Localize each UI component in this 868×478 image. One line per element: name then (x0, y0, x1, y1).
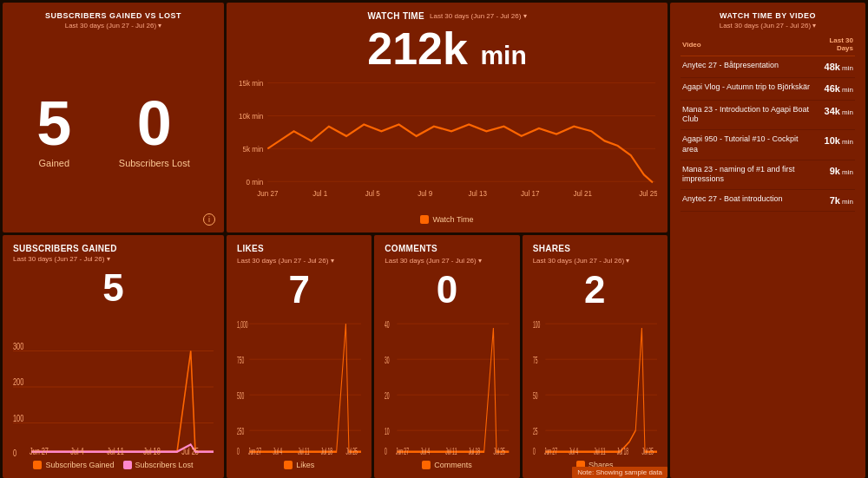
svg-text:15k min: 15k min (239, 79, 264, 88)
likes-date[interactable]: Last 30 days (Jun 27 - Jul 26) ▾ (237, 257, 334, 265)
watch-time-date[interactable]: Last 30 days (Jun 27 - Jul 26) ▾ (430, 12, 527, 20)
sub-date-dropdown-icon[interactable]: ▾ (158, 22, 161, 29)
watch-time-legend: Watch Time (237, 215, 657, 224)
shares-date[interactable]: Last 30 days (Jun 27 - Jul 26) ▾ (533, 257, 630, 265)
subs-gained-label: SUBSCRIBERS GAINED (13, 244, 117, 253)
comments-header: COMMENTS Last 30 days (Jun 27 - Jul 26) … (385, 244, 509, 265)
comments-date[interactable]: Last 30 days (Jun 27 - Jul 26) ▾ (385, 257, 482, 265)
video-panel-title: WATCH TIME BY VIDEO (681, 11, 855, 20)
svg-text:Jul 9: Jul 9 (418, 189, 432, 198)
watch-time-chart: 15k min 10k min 5k min 0 min Jun 27 Jul … (237, 78, 657, 213)
svg-text:10: 10 (385, 426, 390, 437)
svg-text:50: 50 (533, 390, 538, 402)
shares-svg: 100 75 50 25 0 Jun 27 Jul 4 Jul 11 Jul 1… (533, 317, 657, 459)
lost-label: Subscribers Lost (119, 158, 190, 168)
svg-text:Jun 27: Jun 27 (30, 445, 49, 456)
likes-label: LIKES (237, 244, 264, 253)
video-watch-time: 9k min (812, 160, 855, 189)
svg-text:Jul 25: Jul 25 (641, 446, 653, 457)
video-watch-time: 10k min (812, 130, 855, 160)
likes-value: 7 (237, 268, 361, 311)
video-table-row: Mana 23 - naming of #1 and first impress… (681, 160, 855, 189)
subs-gained-legend-dot (33, 461, 42, 469)
video-watch-time: 46k min (812, 78, 855, 100)
svg-text:Jul 4: Jul 4 (421, 446, 431, 457)
svg-text:30: 30 (385, 355, 390, 366)
likes-panel: LIKES Last 30 days (Jun 27 - Jul 26) ▾ 7… (227, 235, 372, 478)
video-title: Agapi Vlog - Autumn trip to Björkskär (681, 78, 812, 100)
svg-text:0 min: 0 min (247, 177, 264, 186)
video-date-dropdown-icon[interactable]: ▾ (812, 22, 816, 29)
watch-time-svg: 15k min 10k min 5k min 0 min Jun 27 Jul … (237, 78, 657, 213)
svg-text:Jun 27: Jun 27 (396, 446, 409, 457)
svg-text:Jul 11: Jul 11 (107, 445, 124, 456)
svg-text:40: 40 (385, 319, 390, 331)
subs-gained-chart: 300 200 100 0 Jun 27 Jul 4 Jul 11 Jul 18… (13, 315, 214, 459)
svg-text:200: 200 (13, 377, 24, 388)
watch-by-video-panel: WATCH TIME BY VIDEO Last 30 days (Jun 27… (670, 3, 865, 478)
svg-text:Jun 27: Jun 27 (544, 446, 557, 457)
likes-svg: 1,000 750 500 250 0 Jun 27 Jul 4 Jul 11 … (237, 317, 361, 459)
svg-text:Jul 4: Jul 4 (569, 446, 578, 457)
info-icon[interactable]: i (203, 213, 215, 226)
video-panel-date[interactable]: Last 30 days (Jun 27 - Jul 26) ▾ (681, 22, 855, 29)
gained-block: 5 Gained (36, 92, 71, 168)
gained-number: 5 (36, 92, 71, 154)
video-watch-time: 7k min (812, 189, 855, 211)
shares-panel: SHARES Last 30 days (Jun 27 - Jul 26) ▾ … (523, 235, 667, 478)
shares-header: SHARES Last 30 days (Jun 27 - Jul 26) ▾ (533, 244, 657, 265)
comments-dropdown-icon[interactable]: ▾ (478, 257, 482, 265)
subscribers-gained-lost-panel: Subscribers Gained vs Lost Last 30 days … (3, 3, 224, 232)
comments-legend-dot (422, 461, 431, 469)
likes-header: LIKES Last 30 days (Jun 27 - Jul 26) ▾ (237, 244, 361, 265)
subs-gained-date[interactable]: Last 30 days (Jun 27 - Jul 26) ▾ (13, 255, 214, 263)
subs-gained-svg: 300 200 100 0 Jun 27 Jul 4 Jul 11 Jul 18… (13, 315, 214, 459)
likes-chart: 1,000 750 500 250 0 Jun 27 Jul 4 Jul 11 … (237, 317, 361, 459)
video-title: Anytec 27 - Boat introduction (681, 189, 812, 211)
svg-text:Jul 4: Jul 4 (70, 445, 84, 456)
svg-text:Jul 11: Jul 11 (446, 446, 457, 457)
col-days-header: Last 30 Days (812, 35, 855, 56)
svg-text:75: 75 (533, 355, 538, 366)
svg-text:Jun 27: Jun 27 (248, 446, 261, 457)
svg-text:1,000: 1,000 (237, 319, 248, 331)
watch-time-panel: WATCH TIME Last 30 days (Jun 27 - Jul 26… (227, 3, 667, 232)
lost-block: 0 Subscribers Lost (119, 92, 190, 168)
bottom-row: SUBSCRIBERS GAINED Last 30 days (Jun 27 … (3, 235, 667, 478)
svg-text:10k min: 10k min (239, 111, 264, 120)
sub-numbers-container: 5 Gained 0 Subscribers Lost (13, 36, 214, 224)
subs-gained-bottom-panel: SUBSCRIBERS GAINED Last 30 days (Jun 27 … (3, 235, 224, 478)
comments-svg: 40 30 20 10 0 Jun 27 Jul 4 Jul 11 Jul 18… (385, 317, 509, 459)
subs-lost-legend-dot (123, 461, 132, 469)
shares-dropdown-icon[interactable]: ▾ (626, 257, 629, 265)
watch-time-legend-dot (420, 215, 429, 224)
shares-chart: 100 75 50 25 0 Jun 27 Jul 4 Jul 11 Jul 1… (533, 317, 657, 459)
svg-text:750: 750 (237, 355, 244, 366)
sub-panel-title: Subscribers Gained vs Lost (13, 11, 214, 20)
watch-time-label: WATCH TIME (367, 11, 424, 21)
video-table-row: Mana 23 - Introduction to Agapi Boat Clu… (681, 100, 855, 129)
watch-time-dropdown-icon[interactable]: ▾ (523, 12, 527, 20)
video-watch-time: 48k min (812, 56, 855, 78)
svg-text:250: 250 (237, 426, 244, 437)
subs-gained-dropdown-icon[interactable]: ▾ (107, 255, 110, 263)
video-title: Anytec 27 - Båtpresentation (681, 56, 812, 78)
likes-dropdown-icon[interactable]: ▾ (331, 257, 334, 265)
svg-text:20: 20 (385, 390, 390, 402)
svg-text:0: 0 (13, 447, 17, 458)
svg-text:Jul 13: Jul 13 (469, 189, 488, 198)
watch-time-header: WATCH TIME Last 30 days (Jun 27 - Jul 26… (237, 11, 657, 21)
comments-legend: Comments (385, 461, 509, 469)
svg-text:Jul 1: Jul 1 (312, 189, 327, 198)
shares-label: SHARES (533, 244, 570, 253)
svg-text:Jul 11: Jul 11 (594, 446, 605, 457)
sub-panel-date[interactable]: Last 30 days (Jun 27 - Jul 26) ▾ (13, 22, 214, 29)
video-title: Mana 23 - Introduction to Agapi Boat Clu… (681, 100, 812, 129)
svg-text:0: 0 (385, 446, 387, 457)
svg-text:Jul 11: Jul 11 (298, 446, 309, 457)
svg-text:500: 500 (237, 390, 244, 402)
svg-text:300: 300 (13, 340, 24, 351)
comments-label: COMMENTS (385, 244, 437, 253)
watch-time-value: 212k min (237, 23, 657, 75)
likes-legend-dot (284, 461, 293, 469)
